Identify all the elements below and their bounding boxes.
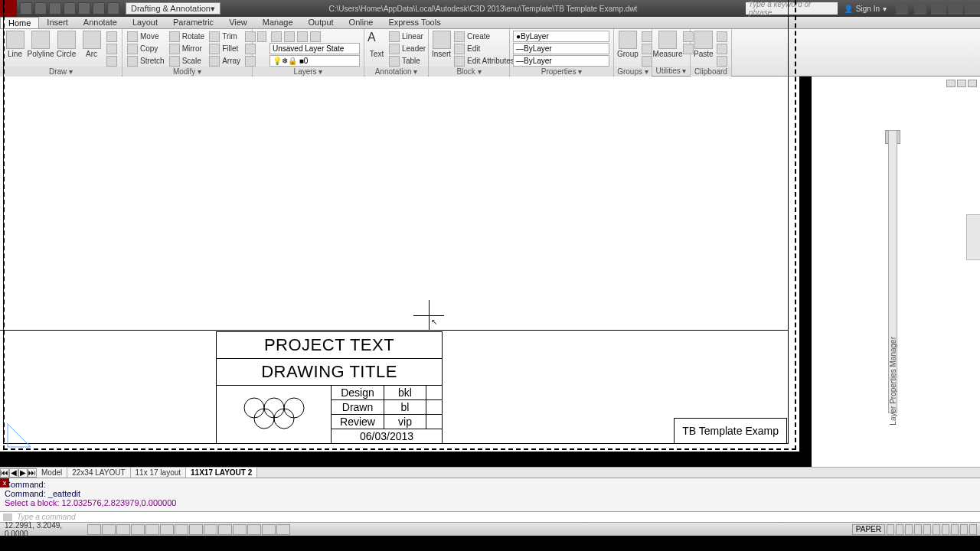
annovis-icon[interactable]: [923, 524, 931, 535]
user-icon: 👤: [844, 5, 853, 13]
svg-point-2: [284, 398, 304, 418]
drawn-row: Drawnbl: [332, 400, 442, 415]
qp-toggle[interactable]: [247, 524, 261, 535]
grid-toggle[interactable]: [102, 524, 116, 535]
svg-point-1: [264, 398, 284, 418]
otrack-toggle[interactable]: [175, 524, 188, 535]
viewport-controls[interactable]: [946, 80, 977, 87]
cmd-prompt-icon: [3, 514, 12, 521]
paper-shadow-bottom: [0, 452, 812, 467]
tab-layout3[interactable]: 11X17 LAYOUT 2: [186, 468, 257, 478]
status-ext1[interactable]: [887, 524, 894, 535]
layout-first-icon[interactable]: ⏮: [0, 468, 9, 478]
paper-shadow-right: [799, 77, 812, 467]
cmdwin-close-icon[interactable]: x: [0, 478, 9, 487]
maximize-icon[interactable]: [948, 2, 963, 15]
svg-point-3: [254, 409, 274, 429]
command-input[interactable]: Type a command: [0, 511, 980, 522]
cmd-line-1: Command:: [5, 480, 975, 489]
date-field: 06/03/2013: [332, 429, 442, 443]
snap-toggle[interactable]: [87, 524, 101, 535]
side-panel-tab[interactable]: [966, 214, 980, 260]
3dosnap-toggle[interactable]: [160, 524, 174, 535]
status-ext5[interactable]: [942, 524, 949, 535]
close-icon[interactable]: [965, 2, 980, 15]
title-block[interactable]: PROJECT TEXT DRAWING TITLE: [216, 331, 443, 444]
review-row: Reviewvip: [332, 415, 442, 429]
ortho-toggle[interactable]: [116, 524, 130, 535]
drawing-title: DRAWING TITLE: [217, 359, 442, 386]
ucs-icon: [5, 419, 35, 452]
coordinates[interactable]: 12.2991, 3.2049, 0.0000: [0, 521, 84, 538]
status-ext6[interactable]: [951, 524, 959, 535]
ducs-toggle[interactable]: [189, 524, 203, 535]
status-ext4[interactable]: [933, 524, 940, 535]
command-history[interactable]: x Command: Command: _eattedit Select a b…: [0, 478, 980, 511]
project-text: PROJECT TEXT: [217, 332, 442, 359]
logo-cell: [217, 386, 332, 443]
status-ext7[interactable]: [960, 524, 968, 535]
dyn-toggle[interactable]: [204, 524, 217, 535]
osnap-toggle[interactable]: [145, 524, 159, 535]
status-ext3[interactable]: [905, 524, 913, 535]
svg-point-0: [244, 398, 264, 418]
drawing-canvas[interactable]: PROJECT TEXT DRAWING TITLE: [0, 77, 980, 467]
layout-last-icon[interactable]: ⏭: [28, 468, 37, 478]
help-icon[interactable]: [914, 2, 926, 15]
exchange-icon[interactable]: [896, 2, 908, 15]
divider-line: [0, 330, 789, 331]
olympic-rings-icon: [240, 394, 308, 435]
minimize-icon[interactable]: [931, 2, 946, 15]
layout-tabs: ⏮ ◀ ▶ ⏭ Model 22x34 LAYOUT 11x 17 layout…: [0, 467, 980, 478]
lwt-toggle[interactable]: [218, 524, 232, 535]
template-stamp: TB Template Examp: [674, 418, 787, 444]
sc-toggle[interactable]: [262, 524, 276, 535]
tab-model[interactable]: Model: [37, 468, 67, 478]
tab-layout1[interactable]: 22x34 LAYOUT: [67, 468, 130, 478]
tab-layout2[interactable]: 11x 17 layout: [131, 468, 187, 478]
cmd-line-3: Select a block: 12.032576,2.823979,0.000…: [5, 498, 975, 507]
status-bar: 12.2991, 3.2049, 0.0000 PAPER: [0, 522, 980, 536]
tpy-toggle[interactable]: [233, 524, 247, 535]
sign-in-button[interactable]: 👤Sign In ▾: [844, 5, 887, 13]
annoscale-icon[interactable]: [914, 524, 922, 535]
cmd-line-2: Command: _eattedit: [5, 489, 975, 498]
svg-point-4: [274, 409, 294, 429]
polar-toggle[interactable]: [131, 524, 145, 535]
layout-prev-icon[interactable]: ◀: [9, 468, 18, 478]
palette-label[interactable]: Layer Properties Manager: [889, 337, 897, 425]
layout-next-icon[interactable]: ▶: [18, 468, 28, 478]
drafting-toggles: [87, 524, 290, 535]
cleanscreen-icon[interactable]: [969, 524, 977, 535]
am-toggle[interactable]: [276, 524, 290, 535]
design-row: Designbkl: [332, 386, 442, 400]
space-indicator[interactable]: PAPER: [852, 524, 885, 535]
status-ext2[interactable]: [896, 524, 903, 535]
